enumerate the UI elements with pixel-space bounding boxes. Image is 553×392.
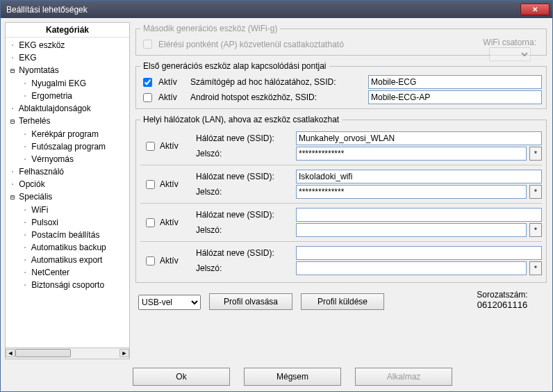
ok-button[interactable]: Ok [133, 368, 230, 386]
lan-pass-input[interactable] [296, 261, 527, 275]
read-profile-button[interactable]: Profil olvasása [209, 293, 292, 310]
lan-pass-input[interactable] [296, 147, 527, 161]
tree-bullet-icon: · [8, 51, 17, 64]
scroll-right-arrow-icon[interactable]: ► [119, 349, 129, 357]
gen2-legend: Második generációs eszköz (WiFi-g) [140, 24, 280, 33]
tree-item-label: Nyugalmi EKG [29, 79, 86, 88]
tree-bullet-icon: · [21, 254, 29, 266]
wifi-channel-block: WiFi csatorna: [483, 38, 536, 61]
tree-item[interactable]: · Postacím beállítás [6, 229, 129, 241]
tree-item[interactable]: · NetCenter [6, 266, 129, 279]
tree-bullet-icon: · [21, 77, 29, 90]
reveal-password-button[interactable]: * [529, 261, 542, 275]
reveal-password-button[interactable]: * [529, 147, 542, 161]
apply-button: Alkalmaz [355, 368, 452, 386]
send-profile-button[interactable]: Profil küldése [301, 293, 384, 310]
collapse-icon[interactable]: ⊟ [8, 191, 17, 204]
lan-pass-input[interactable] [296, 223, 527, 237]
tree-bullet-icon: · [21, 153, 29, 165]
pass-label: Jelszó: [196, 149, 293, 158]
tree-item[interactable]: · WiFi [6, 204, 129, 216]
lan-active-checkbox[interactable] [146, 218, 155, 227]
category-tree[interactable]: · EKG eszköz· EKG⊟ Nyomtatás· Nyugalmi E… [6, 38, 129, 348]
lan-legend: Helyi hálózatok (LAN), ahova az eszköz c… [140, 115, 342, 124]
serial-block: Sorozatszám: 0612061116 [461, 290, 544, 310]
scroll-left-arrow-icon[interactable]: ◄ [6, 349, 15, 357]
lan-entry: AktívHálózat neve (SSID):Jelszó:* [140, 165, 542, 204]
tree-bullet-icon: · [8, 39, 17, 51]
lan-entry: AktívHálózat neve (SSID):Jelszó:* [140, 242, 542, 279]
lan-active-checkbox[interactable] [146, 180, 155, 189]
horizontal-scrollbar[interactable]: ◄ ► [6, 348, 129, 359]
lan-ssid-input[interactable] [296, 131, 542, 145]
lan-ssid-input[interactable] [296, 208, 542, 222]
pass-label: Jelszó: [196, 225, 293, 235]
cancel-button[interactable]: Mégsem [244, 368, 341, 386]
tree-bullet-icon: · [21, 128, 29, 140]
connection-select[interactable]: USB-vel [138, 295, 201, 310]
wifi-channel-select [489, 47, 531, 61]
tree-item-label: Terhelés [17, 116, 50, 126]
tree-item[interactable]: · Felhasználó [6, 165, 129, 178]
window-title: Beállítási lehetőségek [6, 5, 88, 15]
scroll-thumb[interactable] [15, 349, 71, 357]
lan-ssid-input[interactable] [296, 246, 542, 260]
tree-item[interactable]: · EKG [6, 51, 129, 64]
tree-item[interactable]: · Vérnyomás [6, 153, 129, 165]
tree-item[interactable]: · EKG eszköz [6, 39, 129, 51]
active-label: Aktív [158, 77, 186, 87]
close-icon[interactable]: ✕ [520, 3, 550, 15]
tree-item-label: Automatikus backup [29, 243, 106, 252]
tree-item-label: Opciók [17, 179, 45, 189]
tree-item-label: EKG [17, 53, 37, 63]
active-label: Aktív [158, 92, 186, 102]
tree-item[interactable]: · Nyugalmi EKG [6, 77, 129, 90]
tree-item-label: Speciális [17, 192, 52, 202]
reveal-password-button[interactable]: * [529, 223, 542, 237]
gen1-adhoc-ssid-input[interactable] [368, 75, 542, 89]
tree-item-label: WiFi [29, 205, 48, 215]
pass-label: Jelszó: [196, 187, 293, 197]
tree-item[interactable]: · Pulsoxi [6, 216, 129, 229]
collapse-icon[interactable]: ⊟ [8, 115, 17, 128]
tree-item[interactable]: · Biztonsági csoporto [6, 279, 129, 291]
ssid-label: Hálózat neve (SSID): [196, 172, 293, 181]
tree-item[interactable]: · Ergometria [6, 90, 129, 102]
tree-item[interactable]: · Automatikus export [6, 254, 129, 266]
settings-window: Beállítási lehetőségek ✕ Kategóriák · EK… [0, 0, 553, 392]
ssid-label: Hálózat neve (SSID): [196, 248, 293, 258]
tree-item[interactable]: · Kerékpár program [6, 128, 129, 140]
tree-item[interactable]: · Futószalag program [6, 140, 129, 153]
gen2-ap-checkbox [143, 40, 152, 49]
tree-item[interactable]: · Ablaktulajdonságok [6, 102, 129, 115]
collapse-icon[interactable]: ⊟ [8, 65, 17, 77]
tree-item[interactable]: · Automatikus backup [6, 241, 129, 254]
lan-active-checkbox[interactable] [146, 142, 155, 151]
tree-bullet-icon: · [8, 165, 17, 178]
gen1-group: Első generációs eszköz alap kapcsolódási… [135, 61, 547, 109]
tree-item[interactable]: ⊟ Terhelés [6, 115, 129, 128]
tree-bullet-icon: · [21, 204, 29, 216]
tree-item-label: NetCenter [29, 268, 69, 277]
tree-item-label: EKG eszköz [17, 40, 65, 50]
lan-ssid-input[interactable] [296, 170, 542, 183]
lan-pass-input[interactable] [296, 185, 527, 199]
ssid-label: Hálózat neve (SSID): [196, 210, 293, 220]
gen1-hotspot-ssid-input[interactable] [368, 90, 542, 104]
gen1-adhoc-label: Számítógép ad hoc hálózatához, SSID: [190, 77, 364, 87]
tree-bullet-icon: · [21, 266, 29, 279]
tree-item[interactable]: · Opciók [6, 178, 129, 190]
tree-item-label: Vérnyomás [29, 154, 74, 164]
category-sidebar: Kategóriák · EKG eszköz· EKG⊟ Nyomtatás·… [5, 22, 130, 359]
gen1-adhoc-active-checkbox[interactable] [143, 78, 152, 87]
tree-bullet-icon: · [21, 229, 29, 241]
gen2-ap-label: Elérési pontként (AP) közvetlenül csatla… [158, 40, 344, 49]
tree-item-label: Kerékpár program [29, 129, 99, 139]
reveal-password-button[interactable]: * [529, 185, 542, 199]
tree-item[interactable]: ⊟ Nyomtatás [6, 64, 129, 77]
lan-active-checkbox[interactable] [146, 256, 155, 266]
gen1-hotspot-active-checkbox[interactable] [143, 93, 152, 102]
tree-item-label: Pulsoxi [29, 218, 58, 227]
tree-item[interactable]: ⊟ Speciális [6, 190, 129, 204]
active-label: Aktív [160, 256, 179, 266]
